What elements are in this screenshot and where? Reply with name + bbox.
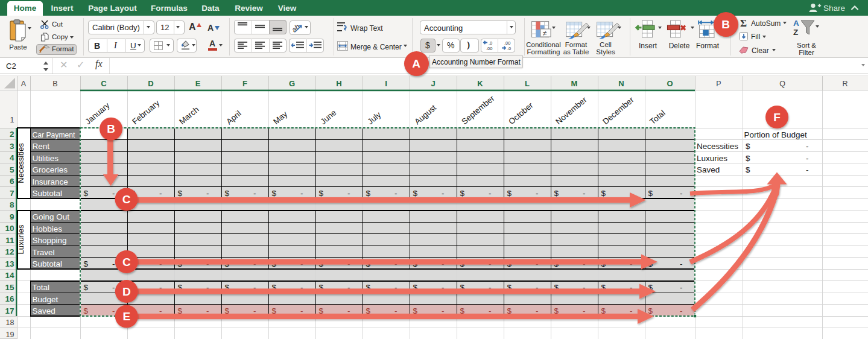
svg-text:15: 15 [5, 283, 14, 292]
svg-text:-: - [394, 189, 398, 198]
svg-text:Subtotal: Subtotal [33, 259, 63, 268]
svg-text:D: D [148, 79, 153, 88]
svg-text:L: L [525, 79, 530, 88]
svg-text:Rent: Rent [33, 142, 50, 151]
svg-text:N: N [618, 79, 624, 88]
svg-text:J: J [431, 79, 435, 88]
svg-text:Going Out: Going Out [33, 212, 70, 221]
svg-text:P: P [716, 80, 721, 88]
svg-text:13: 13 [5, 259, 14, 268]
svg-text:-: - [489, 189, 492, 198]
svg-text:Saved: Saved [697, 165, 720, 174]
svg-text:$: $ [366, 189, 371, 198]
svg-text:$: $ [272, 189, 277, 198]
svg-text:Luxuries: Luxuries [16, 224, 25, 255]
svg-text:-: - [442, 189, 445, 198]
svg-text:-: - [680, 306, 683, 315]
svg-text:Total: Total [33, 283, 50, 292]
svg-text:-: - [680, 283, 683, 292]
svg-text:$: $ [84, 259, 89, 268]
svg-text:.0: .0 [489, 40, 492, 46]
svg-text:$: $ [554, 189, 559, 198]
svg-text:3: 3 [10, 142, 14, 151]
svg-text:E: E [195, 79, 201, 88]
svg-text:Shopping: Shopping [33, 236, 67, 245]
svg-text:D: D [122, 285, 131, 298]
svg-text:$: $ [648, 189, 653, 198]
svg-text:.00: .00 [504, 40, 510, 46]
svg-text:$: $ [601, 189, 606, 198]
svg-text:-: - [806, 165, 809, 174]
svg-text:F: F [773, 111, 781, 124]
svg-text:Luxuries: Luxuries [697, 154, 727, 163]
svg-text:B: B [107, 122, 115, 135]
svg-text:-: - [536, 189, 539, 198]
svg-text:1: 1 [10, 116, 14, 124]
svg-text:C: C [101, 79, 107, 88]
svg-text:Necessities: Necessities [697, 142, 738, 151]
svg-text:-: - [112, 283, 115, 292]
svg-text:Necessities: Necessities [16, 143, 25, 183]
svg-text:.0: .0 [507, 46, 511, 51]
svg-text:Groceries: Groceries [33, 165, 68, 174]
svg-text:$: $ [746, 154, 750, 163]
svg-text:-: - [112, 306, 115, 315]
svg-text:Budget: Budget [33, 295, 59, 304]
svg-text:-: - [253, 189, 256, 198]
svg-text:5: 5 [10, 165, 14, 174]
svg-text:Q: Q [779, 80, 785, 88]
svg-text:-: - [680, 259, 683, 268]
svg-text:-: - [112, 189, 115, 198]
svg-text:-: - [206, 189, 209, 198]
svg-text:$: $ [178, 189, 183, 198]
svg-text:F: F [242, 79, 247, 88]
svg-text:2: 2 [10, 130, 14, 139]
svg-text:8: 8 [10, 200, 14, 209]
svg-text:16: 16 [5, 294, 14, 303]
svg-text:C: C [122, 256, 131, 268]
svg-text:$: $ [84, 189, 89, 198]
svg-text:A: A [21, 80, 27, 88]
svg-text:$: $ [746, 142, 750, 151]
svg-text:$: $ [84, 306, 89, 315]
svg-text:Travel: Travel [33, 248, 55, 257]
svg-text:17: 17 [5, 306, 14, 315]
svg-text:$: $ [746, 165, 750, 174]
svg-text:$: $ [460, 189, 465, 198]
svg-text:K: K [477, 79, 483, 88]
svg-text:-: - [583, 189, 586, 198]
svg-text:-: - [347, 189, 350, 198]
svg-text:18: 18 [6, 318, 14, 327]
svg-text:G: G [289, 79, 295, 88]
svg-text:C: C [122, 193, 131, 206]
svg-text:M: M [571, 79, 578, 88]
svg-text:H: H [336, 79, 341, 88]
svg-text:14: 14 [5, 271, 14, 280]
svg-text:12: 12 [5, 247, 14, 256]
svg-text:-: - [680, 189, 683, 198]
svg-text:Car Payment: Car Payment [33, 130, 75, 139]
svg-text:Hobbies: Hobbies [33, 224, 63, 233]
svg-text:6: 6 [10, 177, 14, 186]
svg-text:$: $ [413, 189, 418, 198]
svg-text:4: 4 [10, 153, 14, 162]
svg-text:R: R [842, 80, 847, 88]
svg-text:$: $ [225, 189, 230, 198]
svg-text:Subtotal: Subtotal [33, 189, 63, 198]
svg-text:$: $ [84, 283, 89, 292]
svg-text:11: 11 [5, 236, 14, 245]
svg-text:Portion of Budget: Portion of Budget [744, 130, 808, 139]
svg-text:I: I [385, 79, 387, 88]
svg-text:-: - [806, 142, 809, 151]
svg-text:7: 7 [10, 189, 14, 198]
svg-text:$: $ [319, 189, 324, 198]
svg-text:$: $ [507, 189, 512, 198]
svg-text:-: - [300, 189, 303, 198]
svg-text:-: - [112, 259, 115, 268]
svg-text:E: E [122, 310, 130, 323]
svg-text:Insurance: Insurance [33, 177, 68, 186]
svg-text:9: 9 [10, 212, 14, 221]
svg-text:ab: ab [291, 22, 302, 33]
svg-text:O: O [667, 79, 673, 88]
svg-text:≠: ≠ [543, 29, 547, 37]
